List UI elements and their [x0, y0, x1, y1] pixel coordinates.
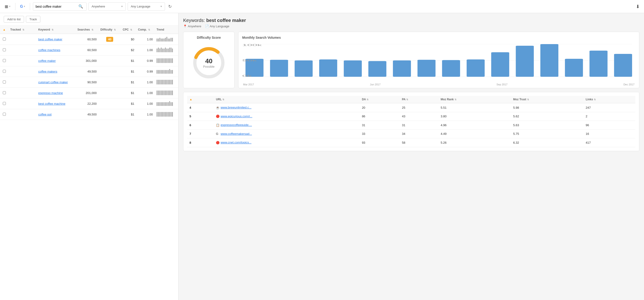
volume-chart-svg: 100k50k0k: [242, 44, 635, 82]
moztrust-sort-icon: ⇅: [527, 98, 529, 101]
volume-bar: [540, 44, 558, 77]
keyword-link[interactable]: best coffee machine: [38, 102, 65, 106]
gauge-container: 40 Possible: [190, 44, 228, 82]
location-dropdown[interactable]: Anywhere ▾: [88, 2, 126, 11]
serp-url-link[interactable]: www.coffeemakersad...: [220, 132, 252, 136]
th-comp[interactable]: Comp. ⇅: [136, 26, 154, 34]
trend-bar: [164, 112, 164, 117]
keyword-link[interactable]: best coffee maker: [38, 38, 62, 41]
th-difficulty[interactable]: Difficulty ⇅: [98, 26, 121, 34]
serp-rank: 7: [190, 132, 191, 136]
grid-chevron-icon: ▾: [9, 5, 10, 8]
keyword-link[interactable]: cuisinart coffee maker: [38, 80, 68, 84]
row-checkbox[interactable]: [3, 91, 6, 94]
serp-moz_trust-cell: 5.75: [511, 130, 583, 138]
serp-moz_rank-cell: 4.49: [438, 130, 511, 138]
row-checkbox[interactable]: [3, 102, 6, 105]
serp-url-link[interactable]: espressocoffeeguide....: [220, 123, 252, 127]
table-row: cuisinart coffee maker90,500$11.00: [0, 77, 178, 88]
row-checkbox[interactable]: [3, 113, 6, 116]
serp-url-link[interactable]: www.epicurious.com/i...: [220, 114, 252, 118]
tracked-cell: [8, 45, 36, 56]
refresh-button[interactable]: ↻: [167, 2, 173, 10]
search-input[interactable]: [36, 5, 78, 8]
language-dropdown[interactable]: Any Language ▾: [128, 2, 165, 11]
trend-bar: [156, 80, 158, 84]
trend-bar: [158, 80, 159, 84]
trend-bar: [161, 102, 162, 106]
serp-th-url[interactable]: URL ⇅: [214, 96, 359, 103]
trend-bar: [166, 90, 167, 95]
keyword-link[interactable]: coffee makers: [38, 70, 57, 73]
row-checkbox[interactable]: [3, 38, 6, 40]
th-searches[interactable]: Searches ⇅: [76, 26, 98, 34]
difficulty-card: Difficulty Score 40 Possible: [183, 32, 234, 88]
gauge-center: 40 Possible: [203, 58, 214, 68]
grid-menu-button[interactable]: ▦ ▾: [3, 3, 12, 10]
trend-bar: [156, 58, 158, 63]
serp-th-links[interactable]: Links ⇅: [583, 96, 635, 103]
trend-bar: [162, 48, 163, 52]
th-trend[interactable]: Trend: [155, 26, 178, 34]
keyword-link[interactable]: espresso machine: [38, 91, 63, 95]
th-difficulty-label: Difficulty: [100, 28, 112, 31]
trend-bar: [166, 102, 167, 106]
keyword-link[interactable]: coffee pot: [38, 113, 52, 116]
volume-bar: [516, 46, 534, 77]
serp-rank-cell: 6: [187, 121, 214, 130]
row-checkbox[interactable]: [3, 48, 6, 51]
search-button[interactable]: 🔍: [78, 4, 84, 9]
trend-bar: [156, 112, 158, 117]
comp-cell: 1.00: [136, 34, 154, 45]
serp-url-cell: 🔴www.epicurious.com/i...: [214, 112, 359, 121]
serp-header-row: ▲ URL ⇅ DA ⇅ PA ⇅: [187, 96, 635, 103]
trend-bar: [165, 48, 166, 52]
track-button[interactable]: Track: [26, 16, 40, 23]
panel-keyword: best coffee maker: [206, 18, 246, 23]
trend-bar: [172, 112, 173, 117]
trend-bar: [172, 90, 173, 95]
serp-sort-asc-icon: ▲: [190, 98, 192, 101]
volume-bar: [418, 60, 436, 77]
trend-bars: [156, 36, 173, 42]
google-g-icon: G: [20, 4, 23, 9]
serp-url-link[interactable]: www.brewunlimited.c...: [220, 106, 251, 109]
th-keyword[interactable]: Keyword ⇅: [36, 26, 76, 34]
trend-bar: [170, 48, 172, 52]
panel-header: Keywords: best coffee maker 📍 Anywhere 📄…: [183, 18, 639, 28]
serp-moz_rank-cell: 4.96: [438, 121, 511, 130]
serp-th-moztrust[interactable]: Moz Trust ⇅: [511, 96, 583, 103]
table-row: coffee machines60,500$21.00: [0, 45, 178, 56]
serp-th-pa[interactable]: PA ⇅: [400, 96, 438, 103]
searches-cell: 90,500: [76, 77, 98, 88]
row-checkbox[interactable]: [3, 59, 6, 62]
row-checkbox[interactable]: [3, 80, 6, 84]
trend-bar: [168, 38, 169, 42]
serp-pa-cell: 34: [400, 130, 438, 138]
comp-cell: 1.00: [136, 109, 154, 120]
cpc-cell: $1: [121, 88, 136, 98]
row-checkbox[interactable]: [3, 70, 6, 73]
keyword-link[interactable]: coffee machines: [38, 48, 60, 52]
trend-bars: [156, 112, 173, 117]
keyword-link[interactable]: coffee maker: [38, 59, 56, 62]
th-tracked[interactable]: Tracked ⇅: [8, 26, 36, 34]
download-button[interactable]: ⬇: [634, 2, 641, 11]
serp-url-link[interactable]: www.cnet.com/topics...: [220, 141, 251, 144]
add-to-list-button[interactable]: Add to list: [4, 16, 24, 23]
trend-bar: [158, 38, 159, 42]
tracked-cell: [8, 109, 36, 120]
difficulty-badge: 40: [106, 37, 113, 42]
serp-th-da[interactable]: DA ⇅: [360, 96, 400, 103]
th-cpc[interactable]: CPC ⇅: [121, 26, 136, 34]
trend-bar: [156, 90, 158, 95]
serp-rank: 8: [190, 141, 191, 144]
tracked-cell: [8, 98, 36, 109]
google-engine-button[interactable]: G ▾: [18, 3, 27, 10]
cpc-cell: $1: [121, 77, 136, 88]
trend-bar: [158, 102, 159, 106]
serp-th-mozrank[interactable]: Moz Rank ⇅: [438, 96, 511, 103]
volume-bar: [295, 60, 313, 77]
table-header-row: ▲ Tracked ⇅ Keyword ⇅ Searches ⇅: [0, 26, 178, 34]
difficulty-cell: [98, 109, 121, 120]
